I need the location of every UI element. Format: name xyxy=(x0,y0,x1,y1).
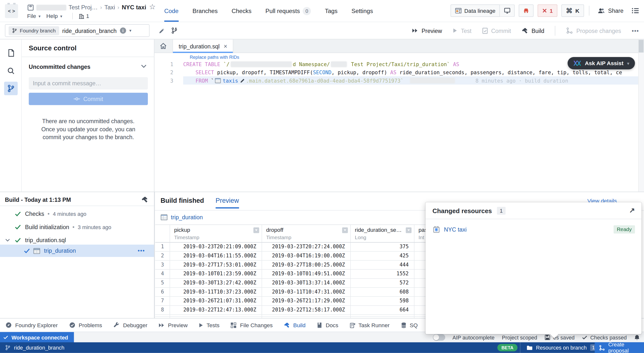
tab-branches[interactable]: Branches xyxy=(192,0,218,22)
column-type: Long xyxy=(355,235,366,240)
breadcrumb-project[interactable]: Test Proj… xyxy=(69,4,98,11)
tab-settings[interactable]: Settings xyxy=(352,0,373,22)
editor-tab-trip-duration[interactable]: trip_duration.sql × xyxy=(172,39,234,53)
open-in-window-button[interactable] xyxy=(500,4,515,17)
code-repositories-logo[interactable]: < > xyxy=(5,4,18,18)
ask-aip-assist-button[interactable]: Ask AIP Assist ▾ xyxy=(568,57,635,69)
info-icon[interactable]: i xyxy=(120,27,126,34)
data-lineage-button[interactable]: Data lineage xyxy=(450,4,500,17)
build-output-trip-duration-selected[interactable]: trip_duration ••• xyxy=(0,245,154,257)
replace-paths-link[interactable]: Replace paths with RIDs xyxy=(190,54,239,59)
source-control-rail-button[interactable] xyxy=(4,82,18,95)
chevron-down-icon[interactable] xyxy=(6,238,10,242)
column-header-dropoff[interactable]: dropoff Timestamp xyxy=(262,225,351,242)
tab-tags[interactable]: Tags xyxy=(325,0,338,22)
tab-preview[interactable]: Preview xyxy=(216,197,239,208)
workspace-connected-status[interactable]: Workspace connected xyxy=(0,332,74,343)
hammer-icon[interactable] xyxy=(141,196,148,203)
tab-checks[interactable]: Checks xyxy=(232,0,252,22)
help-menu[interactable]: Help xyxy=(46,13,58,19)
home-icon[interactable] xyxy=(160,43,166,49)
document-icon xyxy=(7,49,14,57)
edit-pencil-icon[interactable] xyxy=(158,27,165,34)
cell-dropoff: 2019-03-23T20:27:24.000Z xyxy=(262,242,351,252)
footer-branch[interactable]: ride_duration_branch xyxy=(5,342,64,353)
column-header-pickup[interactable]: pickup Timestamp xyxy=(170,225,262,242)
code-area[interactable]: Replace paths with RIDs 1 CREATE TABLE `… xyxy=(154,53,644,192)
resources-on-branch-button[interactable]: Resources on branch 1 xyxy=(526,342,597,353)
test-button[interactable]: Test xyxy=(452,27,471,34)
filter-icon[interactable] xyxy=(406,227,412,233)
commit-message-input[interactable] xyxy=(29,77,148,89)
sql-button[interactable]: SQ xyxy=(401,322,418,328)
row-number: 4 xyxy=(155,269,170,279)
checks-status[interactable]: Checks passed xyxy=(582,334,627,341)
aip-autocomplete-toggle[interactable] xyxy=(433,334,445,341)
file-changes-button[interactable]: File Changes xyxy=(230,322,272,328)
preview-tab-button[interactable]: Preview xyxy=(158,322,188,328)
resource-link[interactable]: NYC taxi xyxy=(444,226,467,233)
check-icon xyxy=(582,335,588,340)
notifications-bell-icon[interactable] xyxy=(634,334,640,341)
more-options-button[interactable]: ••• xyxy=(138,248,145,254)
build-step-label: Checks xyxy=(25,211,44,217)
tab-pull-requests[interactable]: Pull requests0 xyxy=(266,0,311,22)
search-rail-button[interactable] xyxy=(4,64,18,77)
edit-pencil-icon[interactable] xyxy=(240,78,245,83)
errors-button[interactable]: 1 xyxy=(538,4,557,17)
files-rail-button[interactable] xyxy=(4,46,18,59)
share-button[interactable]: Share xyxy=(598,7,624,14)
uncommitted-changes-header[interactable]: Uncommitted changes xyxy=(29,64,90,70)
more-options-button[interactable]: ••• xyxy=(632,27,639,34)
search-icon xyxy=(7,67,15,75)
cell-duration: 425 xyxy=(351,252,414,261)
favorite-star-icon[interactable]: ☆ xyxy=(149,3,156,10)
debugger-button[interactable]: Debugger xyxy=(113,322,147,329)
project-scoped-label[interactable]: Project scoped xyxy=(502,334,537,341)
row-number: 1 xyxy=(155,242,170,252)
problems-button[interactable]: Problems xyxy=(69,322,102,329)
commit-button-toolbar[interactable]: Commit xyxy=(482,27,511,34)
tests-button[interactable]: Tests xyxy=(199,322,220,328)
app-menu: File▾ Help▾ 1 xyxy=(27,12,89,20)
branch-selector[interactable]: Foundry branch ride_duration_branch i ▾ xyxy=(5,24,150,37)
task-runner-button[interactable]: Task Runner xyxy=(349,322,390,328)
open-in-new-icon[interactable]: ↗ xyxy=(629,206,635,215)
taxis-dataset-link[interactable]: taxis xyxy=(215,77,245,84)
commit-button[interactable]: Commit xyxy=(29,93,148,105)
build-step-sql-file[interactable]: trip_duration.sql xyxy=(0,235,154,245)
vehicle-button[interactable] xyxy=(519,4,534,17)
new-branch-icon[interactable] xyxy=(171,27,178,34)
build-step-checks[interactable]: Checks • 4 minutes ago xyxy=(0,209,154,219)
build-tab-button[interactable]: Build xyxy=(284,322,306,328)
tab-build-finished[interactable]: Build finished xyxy=(161,197,204,208)
docs-button[interactable]: Docs xyxy=(316,322,338,328)
caret-down-icon[interactable]: ▾ xyxy=(130,28,131,33)
scrollbar-thumb[interactable] xyxy=(638,40,644,53)
column-header-ride-duration[interactable]: ride_duration_se… Long xyxy=(351,225,414,242)
build-step-initialization[interactable]: Build initialization • 3 minutes ago xyxy=(0,222,154,232)
propose-changes-button[interactable]: Propose changes xyxy=(566,27,621,34)
tab-label: Tags xyxy=(325,8,338,14)
command-palette-button[interactable]: ⌘ K xyxy=(561,4,584,17)
file-menu[interactable]: File xyxy=(27,13,36,19)
tab-code[interactable]: Code xyxy=(164,0,178,22)
redacted-text xyxy=(410,78,454,83)
properties-menu-button[interactable] xyxy=(632,7,639,14)
preview-button[interactable]: Preview xyxy=(412,27,442,34)
trip-duration-dataset-link[interactable]: trip_duration xyxy=(161,214,203,221)
breadcrumb-folder[interactable]: Taxi xyxy=(104,4,115,11)
column-type: Timestamp xyxy=(266,235,291,240)
create-proposal-button[interactable]: Create proposal xyxy=(595,342,644,353)
editor-scrollbar[interactable] xyxy=(638,39,644,192)
foundry-explorer-button[interactable]: Foundry Explorer xyxy=(6,322,58,329)
build-step-time: 3 minutes ago xyxy=(78,224,111,230)
filter-icon[interactable] xyxy=(342,227,348,233)
close-icon[interactable]: × xyxy=(224,43,227,50)
branch-count[interactable]: 1 xyxy=(86,13,89,19)
filter-icon[interactable] xyxy=(253,227,259,233)
cell-duration: 375 xyxy=(351,242,414,252)
changed-resource-item[interactable]: NYC taxi Ready xyxy=(432,224,635,235)
chevron-down-icon[interactable] xyxy=(141,64,146,68)
build-button-toolbar[interactable]: Build xyxy=(522,27,544,34)
